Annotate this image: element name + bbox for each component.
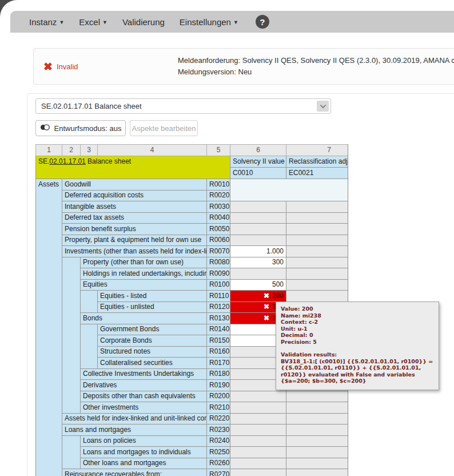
col-number: 2 (62, 145, 81, 156)
row-label-cell: Goodwill (62, 179, 207, 191)
draft-mode-label: Entwurfsmodus: aus (54, 124, 122, 133)
row-code-cell: R0220 (207, 413, 230, 425)
row-code-cell: R0200 (207, 391, 230, 402)
title-suffix: Balance sheet (86, 157, 131, 165)
row-label-cell: Loans on policies (81, 435, 207, 447)
table-row: AssetsGoodwillR0010 (36, 179, 349, 191)
data-cell-readonly (230, 224, 286, 235)
row-code-cell: R0100 (207, 279, 230, 291)
data-cell-readonly (230, 235, 286, 246)
error-x-icon: ✖ (264, 314, 269, 322)
data-cell-readonly (286, 425, 349, 436)
table-row: Deferred tax assetsR0040 (36, 212, 349, 224)
table-title-cell: SE.02.01.17.01 Balance sheet (36, 156, 230, 179)
tooltip-validation-title: Validation results: (281, 351, 434, 358)
row-code-cell: R0180 (207, 368, 230, 380)
data-cell-editable[interactable]: 500 (230, 279, 286, 291)
col6-header: Solvency II value (230, 156, 286, 168)
chevron-down-icon (317, 101, 329, 112)
data-cell-readonly (286, 257, 349, 268)
data-cell-empty (230, 179, 349, 201)
data-cell-editable[interactable]: 300 (230, 257, 286, 268)
menu-einstellungen[interactable]: Einstellungen ▼ (180, 17, 238, 27)
col-number: 5 (207, 145, 230, 156)
invalid-x-icon: ✖ (43, 61, 53, 72)
data-cell-readonly (286, 246, 349, 257)
row-label-cell: Deferred tax assets (62, 212, 207, 224)
menu-validierung-label: Validierung (122, 17, 165, 27)
error-cell[interactable]: ✖200 (230, 291, 286, 302)
caret-down-icon: ▼ (102, 19, 107, 25)
row-label-cell: Collective Investments Undertakings (81, 368, 207, 380)
col7-header: Reclassification adjus (286, 156, 349, 168)
menu-excel-label: Excel (79, 17, 100, 27)
col-number: 7 (286, 145, 349, 156)
edit-aspects-label: Aspekte bearbeiten (132, 124, 196, 133)
menu-einstellungen-label: Einstellungen (180, 17, 231, 27)
template-select-value: SE.02.01.17.01 Balance sheet (41, 102, 142, 110)
table-row: Intangible assetsR0030 (36, 201, 349, 213)
row-label-cell: Pension benefit surplus (62, 224, 207, 235)
row-code-cell: R0010 (207, 179, 230, 191)
caret-down-icon: ▼ (233, 19, 238, 25)
template-select[interactable]: SE.02.01.17.01 Balance sheet (35, 98, 331, 114)
data-cell-editable[interactable]: 1.000 (230, 246, 286, 257)
table-row: Loans and mortgagesR0230 (36, 425, 349, 436)
tooltip-spacer (281, 345, 434, 351)
row-label-cell: Corporate Bonds (98, 335, 207, 347)
row-code-cell: R0260 (207, 458, 230, 469)
row-code-cell: R0140 (207, 324, 230, 335)
row-label-cell: Bonds (81, 313, 207, 324)
error-x-icon: ✖ (264, 292, 269, 300)
meldeanforderung-line: Meldeanforderung: Solvency II QES, Solve… (178, 55, 454, 66)
data-cell-readonly (230, 447, 286, 458)
data-cell-readonly (230, 435, 286, 447)
validation-tooltip: Value: 200 Name: mi238 Context: c-2 Unit… (276, 302, 439, 390)
row-code-cell: R0170 (207, 358, 230, 369)
data-cell-readonly (286, 435, 349, 447)
menu-excel[interactable]: Excel ▼ (79, 17, 107, 27)
indent-strip-cell (81, 324, 98, 368)
row-label-cell: Property (other than for own use) (81, 257, 207, 268)
menu-instanz[interactable]: Instanz ▼ (29, 17, 64, 27)
help-icon[interactable]: ? (256, 15, 269, 29)
data-cell-readonly (286, 279, 349, 291)
data-cell-readonly (286, 212, 349, 224)
row-label-cell: Equities (81, 279, 207, 291)
toggle-icon (40, 124, 50, 133)
row-code-cell: R0090 (207, 268, 230, 280)
draft-mode-button[interactable]: Entwurfsmodus: aus (35, 120, 126, 136)
col6-code: C0010 (230, 168, 286, 179)
column-number-row: 1 2 3 4 5 6 7 (36, 145, 349, 156)
table-row: Loans on policiesR0240 (36, 435, 349, 447)
row-code-cell: R0150 (207, 335, 230, 347)
table-title-row: SE.02.01.17.01 Balance sheet Solvency II… (36, 156, 349, 168)
edit-aspects-button[interactable]: Aspekte bearbeiten (130, 120, 198, 136)
row-label-cell: Property, plant & equipment held for own… (62, 235, 207, 246)
status-badge: Invalid (57, 62, 78, 71)
table-row: Reinsurance recoverables from:R0270 (36, 469, 349, 476)
row-label-cell: Other investments (81, 402, 207, 414)
row-code-cell: R0130 (207, 313, 230, 324)
data-cell-readonly (286, 458, 349, 469)
help-glyph: ? (260, 17, 265, 27)
col-number: 1 (36, 145, 62, 156)
row-label-cell: Loans and mortgages (62, 425, 207, 436)
col-number: 3 (81, 145, 98, 156)
row-code-cell: R0110 (207, 291, 230, 302)
table-row: Property (other than for own use)R008030… (36, 257, 349, 268)
row-code-cell: R0250 (207, 447, 230, 458)
table-row: Investments (other than assets held for … (36, 246, 349, 257)
template-code-link[interactable]: 02.01.17.01 (49, 157, 85, 165)
validation-status: ✖ Invalid (43, 49, 78, 84)
table-row: Other investmentsR0210 (36, 402, 349, 414)
row-label-cell: Structured notes (98, 346, 207, 358)
row-label-cell: Assets held for index-linked and unit-li… (62, 413, 207, 425)
title-prefix: SE. (38, 157, 49, 165)
data-cell-readonly (286, 402, 349, 414)
row-code-cell: R0050 (207, 224, 230, 235)
table-row: Equities - listedR0110✖200 (36, 291, 349, 302)
menu-validierung[interactable]: Validierung (122, 17, 165, 27)
row-label-cell: Deferred acquisition costs (62, 190, 207, 201)
table-row: Loans and mortgages to individualsR0250 (36, 447, 349, 458)
